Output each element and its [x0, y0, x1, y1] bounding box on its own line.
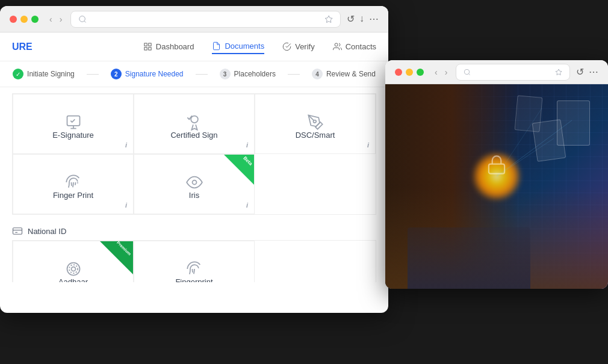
iris-info[interactable]: i — [246, 202, 248, 209]
national-id-section-header: National ID — [12, 222, 376, 240]
step-3-num: 3 — [220, 69, 231, 79]
dsc-smart-icon — [307, 114, 324, 131]
lock-overlay — [486, 155, 507, 178]
finger-print-info[interactable]: i — [125, 202, 127, 209]
secondary-back-arrow[interactable]: ‹ — [432, 66, 440, 78]
minimize-button[interactable] — [20, 16, 28, 23]
card-finger-print[interactable]: Finger Print i — [13, 154, 134, 214]
nav-item-documents[interactable]: Documents — [212, 39, 264, 54]
step-2-num: 2 — [111, 69, 122, 79]
address-input[interactable] — [92, 16, 320, 23]
bookmark-icon[interactable] — [324, 14, 333, 24]
card-certified-sign[interactable]: Certified Sign i — [134, 94, 255, 154]
traffic-lights — [10, 16, 39, 23]
step-2: 2 Signature Needed — [111, 69, 184, 79]
forward-arrow[interactable]: › — [57, 13, 65, 25]
nav-label-dashboard: Dashboard — [156, 42, 194, 51]
svg-rect-4 — [149, 43, 151, 46]
finger-print-icon — [65, 174, 82, 191]
svg-point-10 — [313, 120, 316, 123]
close-button[interactable] — [10, 16, 17, 23]
address-bar[interactable] — [70, 11, 341, 28]
documents-icon — [212, 42, 221, 51]
main-browser-window: ‹ › ↺ ↓ ⋯ URE — [0, 6, 388, 313]
dsc-smart-info[interactable]: i — [367, 141, 369, 149]
tech-image-content — [385, 84, 608, 289]
secondary-nav-arrows: ‹ › — [432, 66, 450, 78]
tech-lines-svg — [385, 84, 608, 289]
download-icon[interactable]: ↓ — [359, 13, 364, 25]
secondary-forward-arrow[interactable]: › — [442, 66, 450, 78]
step-4-num: 4 — [312, 69, 323, 79]
national-id-cards-grid: Premium Aadhaar Fingerprint — [12, 240, 376, 282]
app-content: URE Dashboard Documents — [0, 32, 388, 313]
e-signature-icon — [65, 114, 82, 131]
national-id-icon — [12, 226, 23, 236]
svg-point-15 — [71, 267, 75, 271]
nav-arrows: ‹ › — [47, 13, 64, 25]
steps-bar: ✓ Initiate Signing 2 Signature Needed 3 … — [0, 61, 388, 87]
secondary-address-bar[interactable] — [456, 64, 570, 81]
svg-marker-20 — [556, 69, 562, 75]
step-4: 4 Review & Send — [312, 69, 376, 79]
nav-item-verify[interactable]: Verify — [282, 39, 315, 54]
certified-sign-info[interactable]: i — [246, 141, 248, 149]
cards-section: E-Signature i Certified Sign i DSC/S — [0, 87, 388, 282]
card-dsc-smart[interactable]: DSC/Smart i — [255, 94, 376, 154]
certified-sign-icon — [186, 114, 203, 131]
top-nav: URE Dashboard Documents — [0, 32, 388, 61]
fingerprint-2-icon — [186, 261, 203, 277]
iris-icon — [186, 174, 203, 191]
secondary-maximize-button[interactable] — [417, 69, 424, 76]
svg-rect-6 — [149, 48, 151, 50]
card-aadhaar[interactable]: Premium Aadhaar — [13, 241, 134, 282]
reload-icon[interactable]: ↺ — [347, 13, 355, 25]
secondary-browser-window: ‹ › ↺ ⋯ — [385, 60, 608, 289]
secondary-more-icon[interactable]: ⋯ — [589, 66, 598, 78]
secondary-bookmark-icon[interactable] — [555, 67, 562, 77]
secondary-browser-titlebar: ‹ › ↺ ⋯ — [385, 60, 608, 84]
svg-rect-5 — [144, 48, 147, 50]
card-e-signature[interactable]: E-Signature i — [13, 94, 134, 154]
svg-point-9 — [191, 116, 198, 123]
nav-item-contacts[interactable]: Contacts — [333, 39, 376, 54]
maximize-button[interactable] — [31, 16, 39, 23]
secondary-search-icon — [464, 67, 471, 77]
step-2-label: Signature Needed — [125, 70, 184, 78]
more-icon[interactable]: ⋯ — [369, 13, 379, 25]
secondary-minimize-button[interactable] — [406, 69, 413, 76]
card-iris[interactable]: Beta Iris i — [134, 154, 255, 214]
step-divider-1 — [87, 74, 99, 75]
card-fingerprint-2[interactable]: Fingerprint — [134, 241, 255, 282]
svg-line-1 — [84, 20, 86, 22]
search-icon — [78, 14, 87, 24]
secondary-browser-actions: ↺ ⋯ — [576, 66, 598, 78]
dsc-smart-label: DSC/Smart — [296, 131, 335, 140]
svg-line-21 — [497, 120, 572, 176]
back-arrow[interactable]: ‹ — [47, 13, 55, 25]
svg-marker-2 — [325, 16, 332, 22]
secondary-address-input[interactable] — [476, 69, 550, 76]
signature-cards-grid: E-Signature i Certified Sign i DSC/S — [12, 93, 376, 215]
aadhaar-label: Aadhaar — [58, 277, 88, 283]
secondary-traffic-lights — [395, 69, 424, 76]
browser-titlebar: ‹ › ↺ ↓ ⋯ — [0, 6, 388, 32]
e-signature-label: E-Signature — [52, 131, 94, 140]
nav-item-dashboard[interactable]: Dashboard — [143, 39, 194, 54]
step-1-check: ✓ — [13, 69, 23, 79]
secondary-close-button[interactable] — [395, 69, 402, 76]
secondary-reload-icon[interactable]: ↺ — [576, 66, 584, 78]
dashboard-icon — [143, 42, 152, 51]
certified-sign-label: Certified Sign — [170, 131, 217, 140]
nav-label-documents: Documents — [225, 42, 264, 51]
step-1-label: Initiate Signing — [27, 70, 75, 78]
svg-rect-24 — [489, 164, 504, 174]
nav-label-contacts: Contacts — [346, 42, 376, 51]
nav-label-verify: Verify — [295, 42, 315, 51]
svg-point-16 — [69, 265, 78, 273]
browser-actions: ↺ ↓ ⋯ — [347, 13, 379, 25]
aadhaar-icon — [65, 261, 82, 277]
svg-rect-12 — [13, 228, 22, 235]
national-id-title: National ID — [28, 227, 66, 236]
e-signature-info[interactable]: i — [125, 141, 127, 149]
